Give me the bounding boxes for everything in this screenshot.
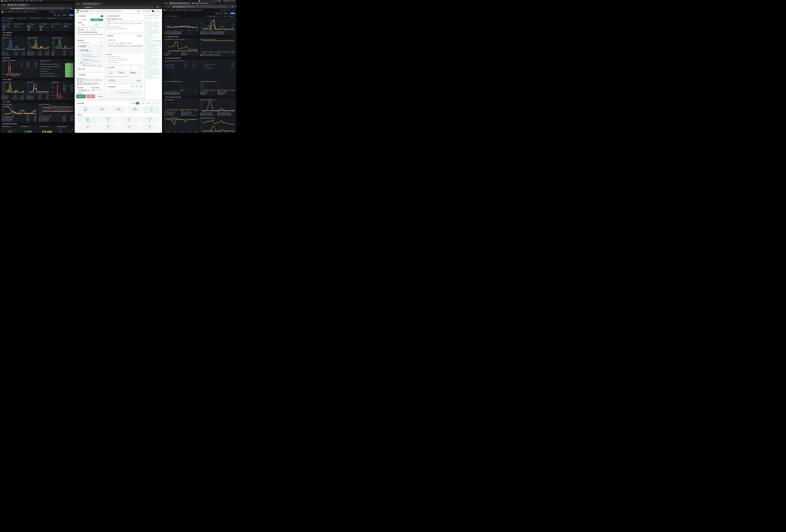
chart-plot[interactable] — [42, 106, 73, 114]
time-forward-icon[interactable]: » — [221, 16, 223, 17]
chart-panel[interactable]: 100%80%60%40%20%0%03:07:0003:08:0003:09:… — [163, 18, 199, 35]
stage-manager-icon[interactable]: ▣ — [199, 0, 201, 2]
legend-row[interactable]: 200108 req/s483 req/s — [52, 51, 73, 53]
legend-item[interactable]: queue [503] — [201, 94, 217, 95]
star-icon[interactable]: ☆ — [52, 15, 53, 16]
menu-item[interactable]: 방문 기록 — [20, 0, 24, 2]
chart-panel[interactable]: 상태코드별 요청 추이i500 req/s400 req/s300 req/s2… — [51, 37, 74, 56]
search-input[interactable]: 🔍︎Search...⌘+k — [220, 9, 235, 11]
section-istio[interactable]: ⌄Istio 수신 메트릭 — [1, 78, 74, 80]
stat-panel[interactable]: CPU Utilizationi5.38% — [20, 125, 37, 133]
live-tab-요약[interactable]: 요약 — [136, 102, 139, 105]
legend-row[interactable]: order-core0.0333 req/s0.0333 req/s — [2, 98, 24, 99]
time-range-picker[interactable]: ⏱ Last 5 minutes KST ⌄ — [207, 16, 220, 17]
time-forward-icon[interactable]: » — [59, 18, 62, 19]
legend-item[interactable]: auth-guard [auth-guard-5dc778dd48-kffdt] — [164, 32, 198, 33]
live-tab-추천[interactable]: 추천 — [152, 102, 156, 105]
api-item[interactable]: POST flowAUTH매치옵션 → 큐진입 → 폴링(READY) → 좌석… — [80, 62, 102, 66]
table-row[interactable]: /order/mypage/orders0 ms — [40, 70, 73, 72]
legend-row[interactable]: queue-659cd4786b-w8qs9572 MiB576 MiB — [39, 116, 73, 117]
close-tab-icon[interactable]: ✕ — [26, 4, 27, 6]
forward-icon[interactable]: → — [4, 8, 5, 9]
chart-panel[interactable]: 지연시간 분포2.50 s2 s1.50 s1 s500 ms0 ms03:07… — [26, 81, 49, 100]
live-tab-phase별[interactable]: Phase별 — [146, 102, 151, 105]
profile-avatar[interactable]: 복 — [232, 6, 233, 7]
browser-icons[interactable]: ⊞☆⬇슬⋮ — [65, 7, 74, 9]
clear-selection-link[interactable]: 선택 해제 — [99, 42, 103, 44]
chart-plot[interactable] — [202, 100, 234, 111]
menu-item[interactable]: 탭 — [34, 0, 35, 2]
test-type-select[interactable]: 부하 (일반 트래픽)▾ — [78, 89, 90, 92]
range-to-input[interactable]: 11000 — [91, 24, 102, 26]
legend-row[interactable]: RPS (전체)108 req/s483 req/s — [2, 52, 25, 54]
env-select[interactable]: Staging ⌄ — [136, 10, 142, 12]
chart-plot[interactable] — [56, 83, 63, 98]
stat-panel[interactable]: 서비스 5xx 에러율i0 % — [50, 23, 62, 31]
legend-row[interactable]: 4030 req/s0 req/s — [52, 54, 73, 55]
log-download-button[interactable]: 💾︎ 다운로드 — [150, 15, 155, 16]
chart-plot[interactable] — [203, 19, 234, 30]
legend-item[interactable]: auth-guard / auth-me — [164, 111, 181, 112]
table-row[interactable]: 2026-04-16 03:11:18.880POSTseat/matches/… — [164, 63, 234, 65]
chart-panel[interactable]: Cache hit rate (%)i100%80%60%40%20%0%03:… — [163, 98, 199, 116]
chart-panel[interactable]: Pod 재시작 / OOMKill (503 원인 힌트)i1008060402… — [163, 80, 199, 95]
table-row[interactable]: 2026-04-16 03:11:18.880POSTqueue/matches… — [164, 67, 234, 69]
legend-item[interactable]: auth-guard end of minor GC [auth-guard-5… — [201, 31, 234, 32]
preset-link-2[interactable]: ▶ VU × Duration × 토큰 × matchId 통합 프리셋 — [107, 28, 143, 29]
legend-row[interactable]: 2003.29K req/s — [63, 85, 73, 86]
api-item[interactable]: GET statusAUTH/queue/matches/{matchId}/s… — [80, 57, 102, 62]
legend-row[interactable]: seat-d67bb994c-4gfz4688 MiB705 MiB — [39, 117, 73, 119]
export-md-button[interactable]: MD — [131, 86, 134, 88]
chart-plot[interactable] — [6, 83, 24, 93]
token-batch-input[interactable]: 100 — [85, 29, 89, 31]
table-row[interactable]: /order/mypage/orders/sheet0 ms — [40, 68, 73, 70]
reload-icon[interactable]: ⟳ — [80, 7, 82, 8]
reload-icon[interactable]: ⟳ — [168, 6, 169, 7]
breadcrumb-item[interactable]: Dashboards — [8, 11, 14, 13]
legend-row[interactable]: loadtest-auth-guard14.5 req/s34.5 req/s — [27, 53, 49, 54]
chart-plot[interactable] — [168, 41, 198, 51]
refresh-button[interactable]: ⟳ Refresh ⌄ — [228, 16, 235, 17]
chart-plot[interactable] — [167, 100, 198, 110]
export-button[interactable]: Export ⌄ — [62, 14, 68, 16]
breadcrumb-item[interactable]: STAGING 부하 테스트(k6) — [175, 9, 187, 11]
request-body-textarea[interactable]: [{"matchId":100,"nearAdjacentToggle":tru… — [107, 45, 143, 53]
stat-panel[interactable]: 서비스 평균 응답...i98.6 ms — [26, 23, 37, 31]
variable-pill[interactable]: 테스트 IDAll ×× ⌄ — [2, 20, 13, 22]
legend-row[interactable]: loadtest-api-gateway53.3 req/s241 req/s — [27, 51, 49, 53]
breadcrumb-item[interactable]: STAGING 부하 테스트(k6) — [15, 11, 27, 13]
api-checkbox[interactable] — [80, 62, 82, 63]
api-group[interactable]: ▼Queue (대기열)1/3Phase 1: 대기열 진입 및 폴링POST … — [78, 49, 102, 67]
table-row[interactable]: 2026-04-16 03:11:18.880POSTauth-guard/lo… — [164, 65, 234, 67]
section-service-summary[interactable]: ⌄서비스 현황 (요약) — [1, 31, 74, 33]
chart-panel[interactable]: Redis (ElastiCache) — ops/s / 메모리 (공용)i1… — [163, 38, 199, 56]
legend-item[interactable]: api-gateway-59cbfd4947-8rnlw restart — [164, 94, 198, 95]
stat-panel[interactable]: 사용 가능 메모리i378 MiB — [38, 125, 56, 133]
menu-bar-clock[interactable]: 4월 16일 (목) 오전 3:11:27 — [223, 0, 235, 2]
tab-account-json[interactable]: 계정 JSON — [78, 19, 91, 21]
chart-plot[interactable] — [55, 39, 73, 49]
legend-row[interactable]: auth-guard P50127 ms175 ms — [27, 97, 49, 98]
legend-row[interactable]: seat-d67bb994c-t9xsg5.63%24.6% — [2, 120, 37, 121]
refresh-nodes-link[interactable]: 새로고침 — [139, 67, 143, 68]
refresh-button[interactable]: ⟳ Refresh ⌄ — [66, 17, 74, 19]
chart-panel[interactable]: Cache gets/puts/evictions/sizei150125100… — [200, 98, 235, 116]
chart-panel[interactable]: CPU 사용량 (Pod별)100%80%60%40%20%0%03:07:00… — [1, 103, 38, 122]
api-group-header[interactable]: ▶Auth (인증)0/3 — [79, 45, 102, 47]
close-tab-icon[interactable]: ✕ — [209, 3, 210, 4]
breadcrumb-item[interactable]: 부하테스트 진단 (병목 한 눈에) — [188, 9, 203, 11]
legend-row[interactable]: queue-659cd4786b-w8qs910.4%23.4% — [2, 116, 37, 117]
breadcrumb-item[interactable]: k6 부하테스트 - 수신 — [28, 11, 38, 13]
match-id-input[interactable]: 100 — [107, 20, 143, 22]
variable-pill[interactable]: appAll ×× ⌄ — [171, 16, 179, 17]
legend-item[interactable]: memory MB — [181, 54, 198, 55]
export-txt-button[interactable]: TXT — [135, 86, 138, 88]
chart-panel[interactable]: 시간별 응답 코드800 req/s600 req/s400 req/s200 … — [50, 81, 74, 100]
breadcrumb-item[interactable]: Home — [4, 11, 7, 13]
left-tab[interactable]: k6 부하테스트 - 수신 - STAGING✕ — [7, 3, 28, 6]
menu-item[interactable]: 프로필 — [30, 0, 33, 2]
menu-item[interactable]: 보기 — [16, 0, 18, 2]
legend-row[interactable]: seat-d67bb994c-t9xsg731 MiB747 MiB — [39, 120, 73, 121]
export-에러-button[interactable]: 에러 — [139, 86, 143, 88]
section-resources[interactable]: ⌄리소스 사용량 — [1, 101, 74, 103]
